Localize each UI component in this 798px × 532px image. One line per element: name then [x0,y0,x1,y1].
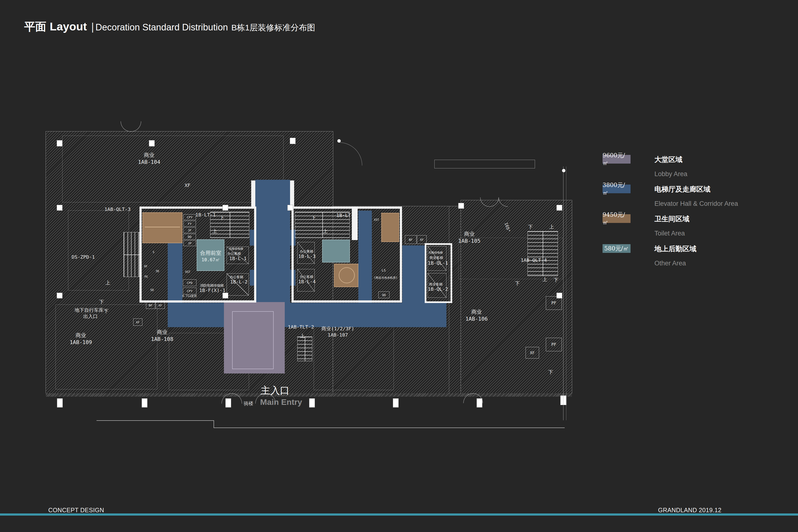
legend-zh-text: 卫生间区域 [654,215,689,223]
legend-price: 9450元/㎡ [603,211,630,226]
legend-zh-text: 电梯厅及走廊区域 [654,185,710,193]
legend-price: 9600元/㎡ [603,152,630,167]
footer-left: CONCEPT DESIGN [48,507,104,514]
legend-label-toilet-zh: 卫生间区域 [654,214,689,224]
legend-price: 580元/㎡ [604,245,629,252]
legend-swatch-other: 580元/㎡ [603,244,630,253]
legend-label-lobby-en: Lobby Area [654,170,687,178]
legend-label-lobby-zh: 大堂区域 [654,155,682,165]
legend-label-corridor-en: Elevator Hall & Corridor Area [654,200,738,208]
legend-label-toilet-en: Toilet Area [654,230,685,237]
footer-right: GRANDLAND 2019.12 [658,507,722,514]
legend-en-text: Other Area [654,260,686,267]
footer-right-text: GRANDLAND 2019.12 [658,507,722,513]
legend-swatch-corridor: 3800元/㎡ [603,185,630,193]
legend-zh-text: 地上后勤区域 [654,245,697,253]
legend-en-text: Elevator Hall & Corridor Area [654,200,738,207]
legend-price: 3800元/㎡ [603,181,630,197]
legend-label-other-en: Other Area [654,260,686,267]
legend-en-text: Lobby Area [654,170,687,177]
legend-label-corridor-zh: 电梯厅及走廊区域 [654,185,710,194]
footer-left-text: CONCEPT DESIGN [48,507,104,513]
legend: 9600元/㎡ 大堂区域 Lobby Area 3800元/㎡ 电梯厅及走廊区域… [0,0,798,532]
legend-swatch-toilet: 9450元/㎡ [603,214,630,223]
slide-root: 平面 Layout | Decoration Standard Distribu… [0,0,798,532]
legend-en-text: Toilet Area [654,230,685,237]
legend-swatch-lobby: 9600元/㎡ [603,155,630,164]
footer-accent-line [0,513,798,516]
legend-label-other-zh: 地上后勤区域 [654,244,697,254]
legend-zh-text: 大堂区域 [654,155,682,164]
